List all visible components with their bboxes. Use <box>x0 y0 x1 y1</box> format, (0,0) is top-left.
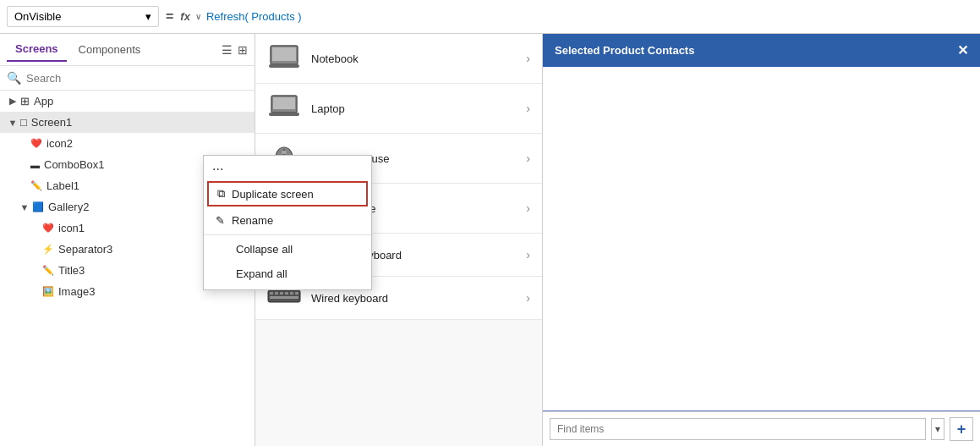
tree-item-app[interactable]: ▶ ⊞ App <box>0 91 255 112</box>
wireless-mouse-chevron-icon: › <box>526 151 530 165</box>
tree-item-screen1[interactable]: ▼ □ Screen1 <box>0 112 255 133</box>
wireless-keyboard-chevron-icon: › <box>526 248 530 262</box>
search-icon: 🔍 <box>7 71 21 85</box>
context-menu-rename[interactable]: ✎ Rename <box>204 208 371 233</box>
notebook-name: Notebook <box>311 52 516 65</box>
equals-sign: = <box>166 9 173 25</box>
title3-label: Title3 <box>58 264 85 277</box>
formula-chevron-icon: ∨ <box>195 12 201 21</box>
gallery2-label: Gallery2 <box>48 201 89 213</box>
contacts-title: Selected Product Contacts <box>555 44 694 57</box>
separator3-label: Separator3 <box>58 243 112 256</box>
tree-item-icon2[interactable]: ❤️ icon2 <box>0 133 255 154</box>
label1-label: Label1 <box>47 179 79 192</box>
tabs-row: Screens Components ☰ ⊞ <box>0 34 255 66</box>
app-icon: ⊞ <box>20 95 30 107</box>
screen1-label: Screen1 <box>31 116 72 129</box>
app-label: App <box>34 95 53 107</box>
formula-bar: fx ∨ Refresh( Products ) <box>180 10 973 23</box>
tab-components[interactable]: Components <box>70 38 150 61</box>
context-menu-duplicate[interactable]: ⧉ Duplicate screen <box>207 181 368 206</box>
svg-rect-2 <box>269 64 299 68</box>
title3-icon: ✏️ <box>42 265 54 276</box>
svg-rect-25 <box>290 292 293 295</box>
label1-icon: ✏️ <box>30 180 42 191</box>
notebook-icon <box>267 44 301 73</box>
duplicate-icon: ⧉ <box>217 187 225 201</box>
expand-all-label: Expand all <box>236 267 287 280</box>
find-items-dropdown[interactable]: ▾ <box>931 418 944 440</box>
search-bar: 🔍 <box>0 66 255 91</box>
find-items-input[interactable] <box>550 418 926 440</box>
image3-label: Image3 <box>58 285 95 298</box>
close-icon[interactable]: ✕ <box>957 42 968 58</box>
separator3-icon: ⚡ <box>42 244 54 255</box>
rename-label: Rename <box>232 214 273 227</box>
screen1-icon: □ <box>20 116 27 129</box>
svg-rect-4 <box>273 97 295 109</box>
context-menu: ··· ⧉ Duplicate screen ✎ Rename Collapse… <box>203 155 372 290</box>
product-item-laptop[interactable]: Laptop › <box>255 84 542 134</box>
formula-expression: Refresh( Products ) <box>206 10 302 23</box>
chevron-down-icon: ▾ <box>145 10 151 23</box>
context-menu-expand-all[interactable]: Expand all <box>204 262 371 286</box>
icon2-label: icon2 <box>47 137 73 150</box>
context-menu-collapse-all[interactable]: Collapse all <box>204 237 371 262</box>
list-view-icon[interactable]: ☰ <box>222 43 233 57</box>
collapse-all-label: Collapse all <box>236 243 293 256</box>
icon2-icon: ❤️ <box>30 138 42 149</box>
tab-screens[interactable]: Screens <box>7 37 67 62</box>
icon1-icon: ❤️ <box>42 223 54 234</box>
add-button[interactable]: + <box>950 417 973 441</box>
wired-mouse-chevron-icon: › <box>526 201 530 215</box>
contacts-header: Selected Product Contacts ✕ <box>543 34 980 67</box>
duplicate-label: Duplicate screen <box>232 188 314 201</box>
combobox1-label: ComboBox1 <box>44 158 105 171</box>
contacts-footer: ▾ + <box>543 411 980 446</box>
svg-rect-27 <box>270 296 298 299</box>
event-dropdown-label: OnVisible <box>14 10 61 23</box>
main-layout: Screens Components ☰ ⊞ 🔍 ▶ ⊞ App ▼ □ <box>0 34 980 446</box>
svg-rect-26 <box>295 292 298 295</box>
grid-view-icon[interactable]: ⊞ <box>238 43 248 57</box>
three-dots-row: ··· <box>204 159 371 179</box>
context-menu-divider <box>204 234 371 235</box>
search-input[interactable] <box>26 72 248 85</box>
contacts-panel: Selected Product Contacts ✕ ▾ + <box>543 34 980 446</box>
svg-rect-1 <box>272 47 296 61</box>
svg-rect-5 <box>269 113 299 116</box>
top-bar: OnVisible ▾ = fx ∨ Refresh( Products ) <box>0 0 980 34</box>
laptop-chevron-icon: › <box>526 102 530 115</box>
svg-rect-23 <box>280 292 283 295</box>
wired-keyboard-chevron-icon: › <box>526 291 530 305</box>
expand-arrow-app: ▶ <box>7 96 19 107</box>
wired-keyboard-name: Wired keyboard <box>311 292 516 305</box>
three-dots-label: ··· <box>212 162 223 177</box>
svg-rect-22 <box>275 292 278 295</box>
event-dropdown[interactable]: OnVisible ▾ <box>7 6 159 27</box>
expand-arrow-screen1: ▼ <box>7 118 19 128</box>
image3-icon: 🖼️ <box>42 286 54 297</box>
combobox1-icon: ▬ <box>30 160 40 170</box>
fx-icon: fx <box>180 10 190 23</box>
svg-rect-24 <box>285 292 288 295</box>
svg-point-8 <box>282 151 287 154</box>
product-item-notebook[interactable]: Notebook › <box>255 34 542 84</box>
expand-arrow-gallery2: ▼ <box>19 202 30 212</box>
tabs-icons: ☰ ⊞ <box>222 43 248 57</box>
svg-rect-21 <box>270 292 273 295</box>
rename-icon: ✎ <box>216 214 225 227</box>
contacts-body <box>543 67 980 411</box>
notebook-chevron-icon: › <box>526 52 530 65</box>
gallery2-icon: 🟦 <box>32 201 44 212</box>
laptop-icon <box>267 94 301 123</box>
icon1-label: icon1 <box>58 222 85 234</box>
laptop-name: Laptop <box>311 102 516 115</box>
